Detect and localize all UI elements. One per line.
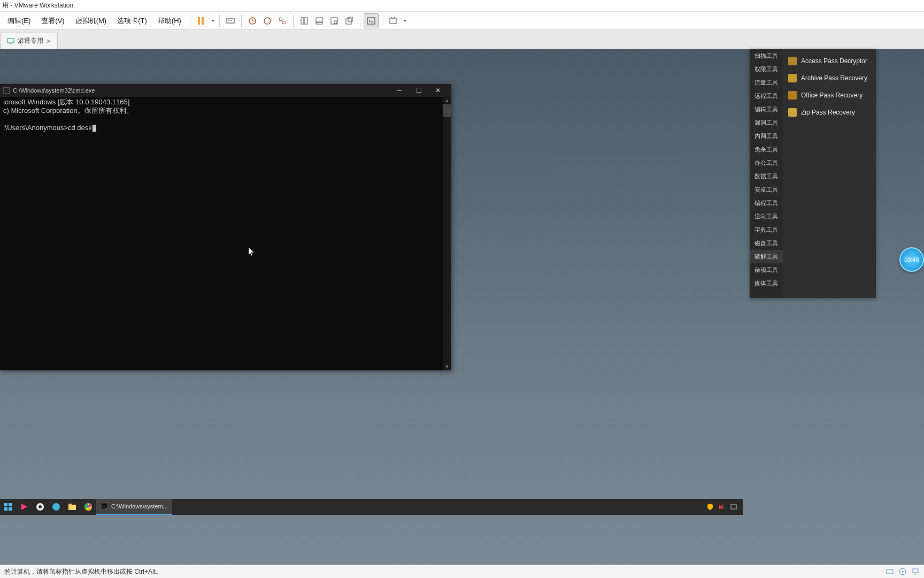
separator	[360, 15, 360, 27]
tool-cat-misc[interactable]: 杂项工具	[750, 263, 783, 277]
console-view-button[interactable]	[364, 13, 379, 28]
tool-item-label: Access Pass Decryptor	[801, 57, 867, 65]
cmd-titlebar[interactable]: C:\Windows\system32\cmd.exe ─ ☐ ✕	[0, 84, 451, 97]
separator	[293, 15, 294, 27]
taskbar-app[interactable]	[64, 499, 80, 515]
tool-cat-media[interactable]: 媒体工具	[750, 277, 783, 290]
tool-icon	[788, 57, 797, 65]
media-icon	[19, 502, 29, 512]
shield-icon[interactable]	[706, 503, 714, 511]
tab-close-button[interactable]: ×	[47, 37, 51, 45]
clock-back-icon	[263, 16, 272, 26]
tool-cat-data[interactable]: 数据工具	[750, 170, 783, 183]
svg-rect-18	[367, 18, 375, 24]
pause-dropdown[interactable]	[209, 13, 216, 28]
svg-point-9	[282, 21, 286, 24]
snapshot-button[interactable]	[245, 13, 260, 28]
tool-cat-edit[interactable]: 编辑工具	[750, 103, 783, 116]
timer-widget[interactable]: 00:46	[899, 247, 924, 272]
tools-panel: 扫描工具 权限工具 流量工具 远程工具 编辑工具 漏洞工具 内网工具 免杀工具 …	[750, 49, 876, 298]
svg-rect-0	[227, 19, 234, 23]
tool-icon	[788, 74, 797, 82]
tool-item[interactable]: Archive Pass Recovery	[783, 70, 876, 87]
tool-cat-coding[interactable]: 编程工具	[750, 196, 783, 210]
tool-item[interactable]: Access Pass Decryptor	[783, 52, 876, 70]
vm-tab[interactable]: 渗透专用 ×	[0, 33, 58, 49]
svg-text:M: M	[719, 504, 723, 510]
tool-cat-crack[interactable]: 破解工具	[750, 250, 783, 263]
statusbar: 的计算机，请将鼠标指针从虚拟机中移出或按 Ctrl+Alt。	[0, 565, 924, 578]
tool-cat-privilege[interactable]: 权限工具	[750, 63, 783, 76]
view-console-button[interactable]	[327, 13, 342, 28]
menu-help[interactable]: 帮助(H)	[152, 14, 187, 28]
app-titlebar: 用 - VMware Workstation	[0, 0, 924, 12]
menu-vm[interactable]: 虚拟机(M)	[70, 14, 112, 28]
snapshot-manager-icon	[278, 16, 287, 26]
pause-button[interactable]	[194, 13, 209, 28]
tool-cat-dict[interactable]: 字典工具	[750, 223, 783, 237]
taskbar-app[interactable]	[48, 499, 64, 515]
view-single-button[interactable]	[297, 13, 312, 28]
tool-item-label: Office Pass Recovery	[801, 92, 863, 99]
tool-item-label: Archive Pass Recovery	[801, 74, 867, 82]
tool-item[interactable]: Zip Pass Recovery	[783, 104, 876, 121]
scroll-thumb[interactable]	[443, 104, 451, 117]
cd-icon[interactable]	[898, 567, 907, 576]
tool-cat-vuln[interactable]: 漏洞工具	[750, 116, 783, 130]
network-icon[interactable]	[911, 567, 920, 576]
send-ctrl-alt-del-button[interactable]	[223, 13, 238, 28]
svg-rect-25	[4, 507, 7, 511]
view-thumbnail-button[interactable]	[312, 13, 327, 28]
cmd-scrollbar[interactable]: ▲ ▼	[443, 97, 451, 370]
taskbar-app[interactable]	[80, 499, 96, 515]
cmd-output[interactable]: icrosoft Windows [版本 10.0.19043.1165] c)…	[0, 97, 451, 133]
svg-rect-38	[731, 505, 736, 509]
disk-icon[interactable]	[886, 567, 894, 576]
snapshot-manager-button[interactable]	[275, 13, 290, 28]
menu-tabs[interactable]: 选项卡(T)	[112, 14, 152, 28]
svg-rect-39	[887, 569, 893, 574]
scroll-down-icon[interactable]: ▼	[443, 363, 451, 370]
m-icon[interactable]: M	[718, 503, 726, 511]
fullscreen-icon	[388, 16, 398, 26]
tool-cat-disk[interactable]: 磁盘工具	[750, 237, 783, 250]
tool-cat-remote[interactable]: 远程工具	[750, 89, 783, 103]
vm-display-area[interactable]: C:\Windows\system32\cmd.exe ─ ☐ ✕ icroso…	[0, 49, 924, 565]
menu-edit[interactable]: 编辑(E)	[2, 14, 36, 28]
view-unity-button[interactable]	[342, 13, 357, 28]
taskbar-app[interactable]	[16, 499, 32, 515]
terminal-icon	[366, 16, 376, 26]
maximize-button[interactable]: ☐	[409, 84, 428, 97]
tool-cat-traffic[interactable]: 流量工具	[750, 76, 783, 89]
separator	[219, 15, 220, 27]
close-button[interactable]: ✕	[428, 84, 448, 97]
svg-rect-31	[68, 505, 76, 510]
cmd-title: C:\Windows\system32\cmd.exe	[13, 87, 95, 94]
tool-cat-intranet[interactable]: 内网工具	[750, 130, 783, 143]
menu-view[interactable]: 查看(V)	[36, 14, 70, 28]
svg-rect-26	[9, 507, 12, 511]
fullscreen-button[interactable]	[386, 13, 401, 28]
taskbar-cmd-task[interactable]: >_ C:\Windows\system...	[96, 499, 172, 515]
svg-marker-27	[21, 504, 27, 510]
tool-icon	[788, 91, 797, 100]
tool-cat-android[interactable]: 安卓工具	[750, 183, 783, 196]
tool-cat-scan[interactable]: 扫描工具	[750, 49, 783, 63]
scroll-up-icon[interactable]: ▲	[443, 97, 451, 104]
tool-cat-office[interactable]: 办公工具	[750, 156, 783, 170]
taskbar-app[interactable]	[32, 499, 48, 515]
svg-rect-42	[913, 569, 918, 573]
tool-item[interactable]: Office Pass Recovery	[783, 87, 876, 104]
network-icon[interactable]	[730, 503, 737, 511]
start-button[interactable]	[0, 499, 16, 515]
explorer-icon	[67, 502, 77, 512]
tool-cat-evasion[interactable]: 免杀工具	[750, 143, 783, 156]
tool-cat-reverse[interactable]: 逆向工具	[750, 210, 783, 223]
fullscreen-dropdown[interactable]	[401, 13, 408, 28]
svg-point-8	[279, 18, 282, 21]
cmd-icon: >_	[101, 503, 108, 510]
svg-rect-10	[301, 18, 304, 24]
tool-item-label: Zip Pass Recovery	[801, 109, 855, 116]
minimize-button[interactable]: ─	[390, 84, 409, 97]
revert-snapshot-button[interactable]	[260, 13, 275, 28]
